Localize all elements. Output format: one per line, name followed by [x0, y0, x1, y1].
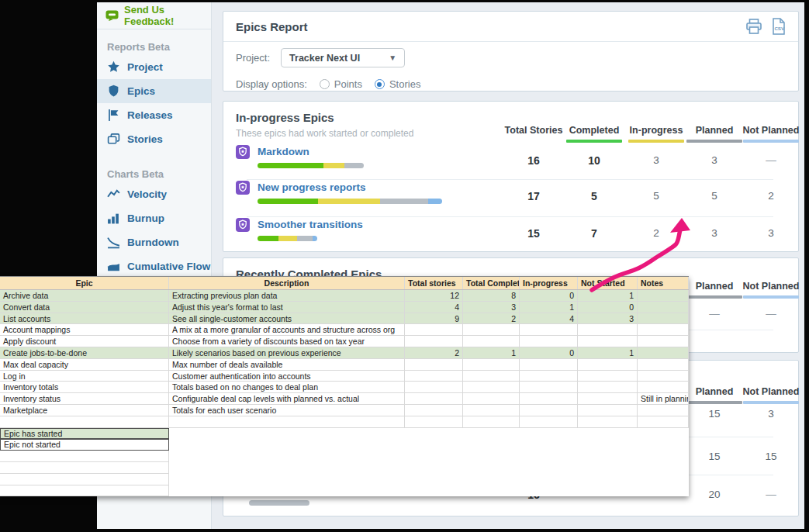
bar-segment-blue: [313, 236, 317, 241]
epic-link[interactable]: New progress reports: [258, 181, 366, 193]
sheet-legend-row: Epic has started: [0, 428, 689, 440]
sidebar-section-label: Charts Beta: [107, 168, 211, 180]
epic-value: 3: [736, 216, 806, 250]
epic-value: —: [736, 299, 806, 330]
flag-icon: [107, 109, 120, 122]
cumulative-flow-icon: [107, 260, 120, 273]
sidebar-item-velocity[interactable]: Velocity: [97, 182, 211, 206]
sheet-cell-epic: Max deal capacity: [0, 359, 169, 370]
sheet-cell-epic: Account mappings: [0, 324, 169, 335]
column-header-label: Total Stories: [505, 125, 563, 136]
sheet-cell: [520, 416, 578, 427]
project-dropdown[interactable]: Tracker Next UI ▼: [281, 48, 405, 67]
sheet-cell-in-progress: 1: [520, 302, 578, 313]
printer-icon[interactable]: [745, 19, 762, 34]
sheet-cell-description: Choose from a variety of discounts based…: [169, 336, 405, 347]
sheet-cell-description: See all single-customer accounts: [169, 313, 405, 324]
sidebar-item-releases[interactable]: Releases: [97, 103, 211, 127]
sidebar-item-label: Epics: [127, 85, 155, 97]
sheet-cell-not-started: [578, 371, 638, 382]
sheet-header-cell: Total stories: [405, 277, 463, 289]
sheet-cell-epic: Inventory totals: [0, 382, 169, 392]
sidebar-item-cumulative-flow[interactable]: Cumulative Flow: [97, 254, 211, 278]
sheet-cell-not-started: [578, 393, 638, 404]
radio-stories[interactable]: Stories: [375, 78, 420, 90]
bar-segment-green: [258, 199, 318, 204]
display-options-radios: PointsStories: [320, 78, 421, 90]
epic-value: 10: [559, 143, 629, 178]
sheet-cell-not-started: [578, 359, 638, 370]
sheet-cell-not-started: [578, 324, 638, 335]
sidebar-item-burndown[interactable]: Burndown: [97, 230, 211, 254]
speech-bubble-icon: [105, 10, 119, 22]
epic-link[interactable]: Markdown: [258, 146, 309, 157]
epic-row: Markdown161033—: [223, 143, 798, 179]
sidebar-item-stories[interactable]: Stories: [97, 127, 211, 151]
sidebar-section-label: Reports Beta: [107, 41, 211, 53]
bar-segment-green: [258, 163, 323, 168]
sheet-cell-completed: [463, 324, 520, 335]
sidebar-item-label: Releases: [127, 109, 173, 121]
column-underline: [743, 140, 799, 143]
epic-progress-bar: [258, 236, 317, 241]
column-header-not-planned: Not Planned: [736, 281, 806, 299]
svg-text:CSV: CSV: [774, 26, 785, 31]
sheet-cell-notes: [638, 336, 689, 347]
sheet-cell: [0, 462, 169, 474]
sheet-row: Account mappingsA mix at a more granular…: [0, 324, 689, 336]
column-header-label: In-progress: [630, 125, 683, 136]
sheet-cell-in-progress: [520, 393, 578, 404]
sheet-cell-completed: [463, 382, 520, 392]
epic-progress-bar: [258, 199, 442, 204]
sheet-cell-total: [405, 393, 463, 404]
sheet-cell-total: [405, 336, 463, 347]
sheet-cell-epic: Log in: [0, 371, 169, 382]
sheet-cell-notes: [638, 359, 689, 370]
sheet-cell: [463, 416, 520, 427]
epic-value: 2: [736, 179, 806, 213]
radio-points[interactable]: Points: [320, 78, 362, 90]
sheet-cell: [578, 416, 638, 427]
feedback-link[interactable]: Send Us Feedback!: [97, 2, 211, 29]
project-dropdown-value: Tracker Next UI: [289, 53, 360, 64]
sidebar-item-label: Burnup: [127, 212, 164, 224]
sheet-cell-not-started: 0: [578, 302, 638, 313]
epic-value: —: [736, 143, 806, 178]
sidebar-item-label: Velocity: [127, 188, 167, 200]
epic-badge-icon: [236, 145, 250, 159]
page-title: Epics Report: [236, 20, 308, 33]
sheet-cell-total: [405, 382, 463, 392]
sheet-legend-row: Epic not started: [0, 439, 689, 451]
sheet-row: List accountsSee all single-customer acc…: [0, 313, 689, 325]
radio-button[interactable]: [320, 79, 330, 89]
sheet-cell-description: Configurable deal cap levels with planne…: [169, 393, 405, 404]
sheet-cell-completed: [463, 393, 520, 404]
sheet-cell-completed: [463, 405, 520, 416]
radio-button[interactable]: [375, 79, 385, 89]
shield-icon: [107, 85, 120, 98]
epic-link[interactable]: Smoother transitions: [258, 219, 363, 230]
burnup-icon: [107, 212, 120, 225]
sidebar-item-epics[interactable]: Epics: [97, 79, 211, 103]
bar-segment-gray: [297, 236, 313, 241]
sheet-row: Create jobs-to-be-doneLikely scenarios b…: [0, 347, 689, 359]
sheet-cell-description: Max number of deals available: [169, 359, 405, 370]
column-header-label: Not Planned: [743, 386, 800, 397]
bar-segment-yellow: [278, 236, 297, 241]
legend-cell: Epic has started: [0, 428, 169, 440]
csv-export-icon[interactable]: CSV: [772, 18, 786, 35]
sheet-cell-completed: 3: [463, 302, 520, 313]
sheet-cell-in-progress: 0: [520, 347, 578, 358]
sheet-cell-total: 12: [405, 290, 463, 301]
panel-titlebar: Epics Report CSV: [223, 12, 798, 42]
sidebar-item-project[interactable]: Project: [97, 55, 211, 79]
sidebar-item-label: Cumulative Flow: [127, 261, 210, 272]
epic-progress-bar: [258, 163, 364, 168]
sheet-cell-completed: [463, 336, 520, 347]
sidebar-item-burnup[interactable]: Burnup: [97, 206, 211, 230]
sheet-cell-epic: List accounts: [0, 313, 169, 324]
bar-segment-gray: [344, 163, 364, 168]
sheet-cell-epic: Create jobs-to-be-done: [0, 347, 169, 358]
sheet-cell-in-progress: [520, 382, 578, 392]
sheet-cell-notes: [638, 382, 689, 392]
